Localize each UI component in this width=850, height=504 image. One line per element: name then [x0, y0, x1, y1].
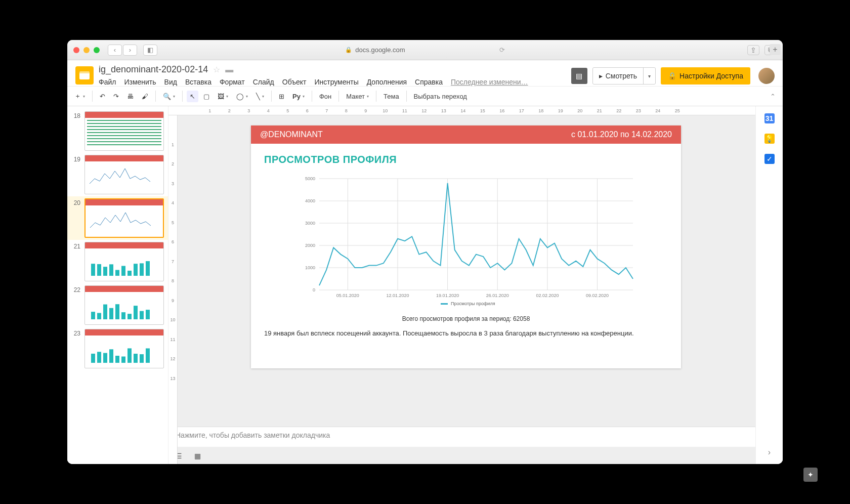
transition-button[interactable]: Выбрать переход [411, 91, 470, 102]
forward-button[interactable]: › [123, 45, 137, 56]
line-tool[interactable]: ╲▾ [253, 91, 267, 102]
svg-rect-20 [91, 354, 95, 363]
ruler-horizontal: 1234567891011121314151617181920212223242… [168, 106, 755, 115]
collapse-toolbar-icon[interactable]: ⌃ [767, 91, 779, 102]
share-button[interactable]: 🔒 Настройки Доступа [661, 67, 750, 85]
menu-file[interactable]: Файл [99, 78, 116, 86]
textbox-tool[interactable]: ▢ [200, 91, 212, 102]
svg-rect-18 [140, 311, 144, 319]
thumbnail-22[interactable]: 22 [67, 283, 168, 327]
svg-rect-17 [134, 306, 138, 319]
comment-tool[interactable]: ⊞ [276, 91, 287, 102]
slides-app: ig_denominant-2020-02-14 ☆ ▬ Файл Измени… [67, 60, 783, 464]
slide-period: с 01.01.2020 по 14.02.2020 [571, 130, 672, 139]
thumbnail-23[interactable]: 23 [67, 327, 168, 370]
svg-rect-13 [109, 308, 113, 319]
print-button[interactable]: 🖶 [124, 91, 137, 102]
account-avatar[interactable] [758, 68, 775, 84]
new-slide-button[interactable]: ＋▾ [71, 90, 88, 103]
tasks-icon[interactable]: ✓ [764, 154, 775, 164]
thumbnail-18[interactable]: 18 [67, 109, 168, 153]
address-bar[interactable]: 🔒 docs.google.com ⟳ [345, 46, 504, 54]
svg-text:5000: 5000 [305, 176, 315, 181]
lock-icon: 🔒 [345, 47, 352, 53]
svg-rect-25 [121, 357, 125, 363]
menu-edit[interactable]: Изменить [124, 78, 156, 86]
undo-button[interactable]: ↶ [97, 91, 108, 102]
chart: 01000200030004000500005.01.202012.01.202… [264, 174, 668, 322]
image-tool[interactable]: 🖼▾ [215, 91, 231, 102]
svg-rect-7 [134, 264, 138, 276]
present-button[interactable]: ▸ Смотреть [593, 68, 643, 84]
zoom-button[interactable]: 🔍▾ [160, 91, 178, 102]
svg-rect-54 [441, 303, 448, 305]
svg-rect-26 [128, 348, 132, 363]
thumbnail-panel[interactable]: 181920212223 [67, 106, 168, 464]
minimize-window-icon[interactable] [83, 47, 90, 53]
thumbnail-20[interactable]: 20 [67, 196, 168, 240]
thumbnail-21[interactable]: 21 [67, 240, 168, 283]
close-window-icon[interactable] [73, 47, 79, 53]
paint-format-button[interactable]: 🖌 [139, 91, 151, 102]
browser-window: ‹ › ◧ 🔒 docs.google.com ⟳ ⇪ ⧉ + ig_denom… [67, 40, 783, 464]
input-tool[interactable]: Ру▾ [289, 91, 308, 102]
new-tab-button[interactable]: + [770, 44, 781, 55]
url-text: docs.google.com [355, 46, 405, 54]
slide[interactable]: @DENOMINANT с 01.01.2020 по 14.02.2020 П… [251, 125, 681, 368]
grid-view-icon[interactable]: ▦ [194, 452, 201, 460]
svg-text:3000: 3000 [305, 221, 315, 226]
select-tool[interactable]: ↖ [187, 91, 198, 102]
traffic-lights [73, 47, 100, 53]
menu-slide[interactable]: Слайд [253, 78, 274, 86]
thumbnail-19[interactable]: 19 [67, 153, 168, 196]
back-button[interactable]: ‹ [108, 45, 122, 56]
redo-button[interactable]: ↷ [110, 91, 122, 102]
expand-sidepanel-icon[interactable]: › [768, 448, 771, 457]
comments-button[interactable]: ▤ [571, 68, 587, 84]
svg-rect-3 [109, 264, 113, 276]
svg-text:19.01.2020: 19.01.2020 [436, 293, 459, 298]
slides-logo[interactable] [75, 66, 94, 85]
menu-insert[interactable]: Вставка [185, 78, 211, 86]
menu-format[interactable]: Формат [220, 78, 245, 86]
menu-object[interactable]: Объект [282, 78, 307, 86]
toolbar: ＋▾ ↶ ↷ 🖶 🖌 🔍▾ ↖ ▢ 🖼▾ ◯▾ ╲▾ ⊞ Ру▾ Фон Мак… [67, 86, 783, 106]
layout-button[interactable]: Макет▾ [343, 91, 372, 102]
theme-button[interactable]: Тема [380, 91, 402, 102]
svg-text:1000: 1000 [305, 265, 315, 270]
menu-help[interactable]: Справка [415, 78, 443, 86]
svg-rect-5 [121, 266, 125, 276]
share-icon[interactable]: ⇪ [747, 45, 759, 55]
menu-view[interactable]: Вид [164, 78, 177, 86]
svg-text:0: 0 [313, 287, 315, 292]
keep-icon[interactable]: 💡 [764, 134, 775, 144]
present-button-group: ▸ Смотреть ▾ [592, 67, 656, 85]
background-button[interactable]: Фон [316, 91, 334, 102]
svg-rect-24 [115, 356, 119, 363]
svg-text:Просмотры профиля: Просмотры профиля [451, 301, 495, 306]
shape-tool[interactable]: ◯▾ [233, 91, 251, 102]
svg-text:2000: 2000 [305, 243, 315, 248]
menu-tools[interactable]: Инструменты [314, 78, 358, 86]
svg-text:12.01.2020: 12.01.2020 [386, 293, 409, 298]
bottom-bar: ☰ ▦ [168, 447, 755, 464]
canvas-area: 1234567891011121314151617181920212223242… [168, 106, 755, 464]
reload-icon[interactable]: ⟳ [499, 46, 505, 54]
chart-caption: Всего просмотров профиля за период: 6205… [264, 315, 668, 322]
svg-rect-1 [97, 264, 101, 276]
present-dropdown[interactable]: ▾ [643, 68, 655, 84]
sidebar-toggle-button[interactable]: ◧ [143, 45, 157, 56]
last-edit-link[interactable]: Последнее изменени… [451, 78, 528, 86]
menu-addons[interactable]: Дополнения [367, 78, 407, 86]
document-title[interactable]: ig_denominant-2020-02-14 [99, 64, 208, 75]
zoom-window-icon[interactable] [94, 47, 100, 53]
svg-rect-8 [140, 263, 144, 276]
canvas-scroll[interactable]: @DENOMINANT с 01.01.2020 по 14.02.2020 П… [168, 115, 755, 427]
star-icon[interactable]: ☆ [213, 65, 220, 74]
calendar-icon[interactable]: 31 [764, 113, 775, 123]
speaker-notes[interactable]: Нажмите, чтобы добавить заметки докладчи… [168, 427, 755, 447]
svg-rect-11 [97, 313, 101, 319]
folder-icon[interactable]: ▬ [225, 65, 233, 74]
svg-text:4000: 4000 [305, 198, 315, 203]
menu-bar: Файл Изменить Вид Вставка Формат Слайд О… [99, 78, 566, 86]
